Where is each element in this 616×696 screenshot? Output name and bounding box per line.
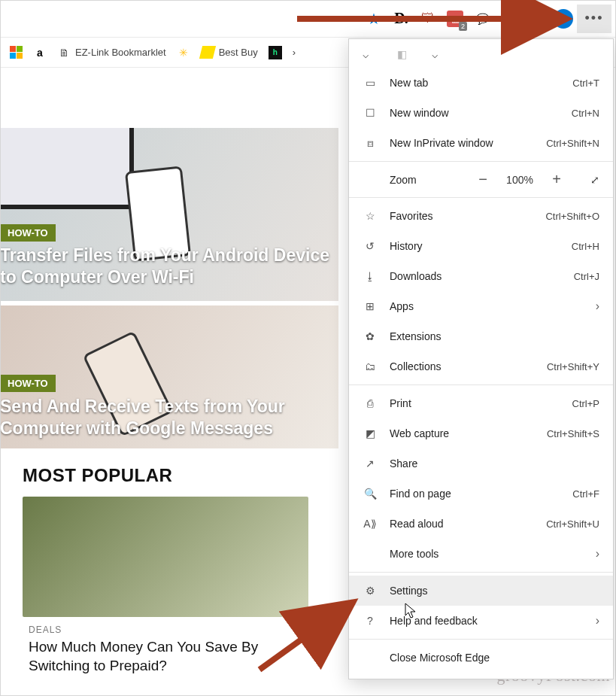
menu-read-aloud[interactable]: A⟫ Read aloud Ctrl+Shift+U [349,509,613,539]
category-badge: HOW-TO [0,224,56,242]
menu-settings[interactable]: ⚙ Settings [349,576,613,606]
article-title: Transfer Files from Your Android Device … [0,245,331,288]
article-title: How Much Money Can You Save By Switching… [29,638,302,675]
mouse-cursor-icon [405,603,418,619]
menu-top-icons: ⌵ ◧ ⌵ [349,39,613,68]
zoom-level: 100% [505,174,535,186]
article-card-2[interactable]: HOW-TO Send And Receive Texts from Your … [0,305,338,448]
favorites-star-icon[interactable]: ★ [360,5,387,32]
bookmark-amazon[interactable]: a [33,46,47,59]
new-tab-icon: ▭ [363,75,378,90]
zoom-in-button[interactable]: + [548,171,565,188]
menu-zoom-row: Zoom − 100% + ⤢ [349,165,613,194]
bookmark-ezlink[interactable]: 🗎 EZ-Link Bookmarklet [57,46,166,59]
menu-separator [349,384,613,385]
bookmark-walmart[interactable]: ✳ [177,46,190,59]
menu-new-inprivate[interactable]: ⧈ New InPrivate window Ctrl+Shift+N [349,128,613,158]
category-badge: HOW-TO [0,375,56,392]
collections-icon: 🗂 [363,359,378,374]
page-icon: 🗎 [57,46,71,59]
browser-toolbar: ★ D. 🛡 ▦ 2 💬 🎛 🗂 ••• [0,0,616,38]
menu-apps[interactable]: ⊞ Apps › [349,291,613,321]
bookmark-microsoft[interactable] [9,46,23,59]
d-extension-icon[interactable]: D. [387,5,414,32]
share-icon: ↗ [363,456,378,471]
help-icon: ? [363,613,378,628]
download-icon: ⭳ [363,269,378,284]
zoom-out-button[interactable]: − [475,171,491,188]
inprivate-icon: ⧈ [363,135,378,150]
menu-downloads[interactable]: ⭳ Downloads Ctrl+J [349,261,613,291]
menu-separator [349,572,613,573]
menu-new-window[interactable]: ☐ New window Ctrl+N [349,98,613,128]
chevron-right-icon: › [596,547,599,561]
bookmark-label: EZ-Link Bookmarklet [75,47,166,58]
puzzle-icon: ✿ [363,329,378,344]
history-icon: ↺ [363,239,378,254]
bookmark-hulu[interactable]: h [269,46,282,59]
pocket-icon[interactable]: ⌵ [363,48,378,63]
menu-separator [349,161,613,162]
bookmark-bestbuy[interactable]: Best Buy [201,46,258,59]
article-thumbnail [23,497,308,617]
menu-close-edge[interactable]: Close Microsoft Edge [349,643,613,673]
bookmark-label: Best Buy [219,47,258,58]
menu-extensions[interactable]: ✿ Extensions [349,321,613,351]
office-icon[interactable]: ◧ [397,48,412,63]
menu-favorites[interactable]: ☆ Favorites Ctrl+Shift+O [349,201,613,231]
star-outline-icon: ☆ [363,208,378,223]
menu-history[interactable]: ↺ History Ctrl+H [349,231,613,261]
read-aloud-icon: A⟫ [363,516,378,531]
article-title: Send And Receive Texts from Your Compute… [0,396,331,439]
chat-extension-icon[interactable]: 💬 [469,5,496,32]
settings-and-more-button[interactable]: ••• [577,5,611,33]
settings-and-more-menu: ⌵ ◧ ⌵ ▭ New tab Ctrl+T ☐ New window Ctrl… [348,38,614,679]
collections-icon[interactable]: 🗂 [523,5,550,32]
popular-article-card[interactable]: DEALS How Much Money Can You Save By Swi… [23,497,308,675]
menu-separator [349,639,613,640]
print-icon: ⎙ [363,396,378,411]
profile-avatar[interactable] [550,5,577,32]
window-icon: ☐ [363,105,378,120]
search-icon: 🔍 [363,486,378,501]
apps-icon: ⊞ [363,299,378,314]
chevron-right-icon: › [596,614,599,628]
menu-more-tools[interactable]: More tools › [349,539,613,569]
menu-share[interactable]: ↗ Share [349,448,613,479]
menu-collections[interactable]: 🗂 Collections Ctrl+Shift+Y [349,351,613,381]
shield-extension-icon[interactable]: 🛡 [414,5,442,32]
menu-find[interactable]: 🔍 Find on page Ctrl+F [349,479,613,509]
pocket-icon2[interactable]: ⌵ [432,48,447,63]
capture-icon: ◩ [363,426,378,441]
fullscreen-button[interactable]: ⤢ [590,174,599,186]
ellipsis-icon: ••• [585,11,604,26]
video-extension-icon[interactable]: 🎛 [496,5,523,32]
menu-web-capture[interactable]: ◩ Web capture Ctrl+Shift+S [349,418,613,448]
menu-new-tab[interactable]: ▭ New tab Ctrl+T [349,68,613,98]
article-card-1[interactable]: HOW-TO Transfer Files from Your Android … [0,128,338,301]
menu-separator [349,197,613,198]
bookmark-more-chevron[interactable]: › [293,47,296,58]
chevron-right-icon: › [293,47,296,58]
gear-icon: ⚙ [363,583,378,598]
menu-help[interactable]: ? Help and feedback › [349,606,613,636]
article-category: DEALS [29,625,302,635]
menu-print[interactable]: ⎙ Print Ctrl+P [349,388,613,418]
chevron-right-icon: › [596,299,599,313]
badge-count: 2 [459,22,467,31]
grid-extension-icon[interactable]: ▦ 2 [442,5,469,32]
